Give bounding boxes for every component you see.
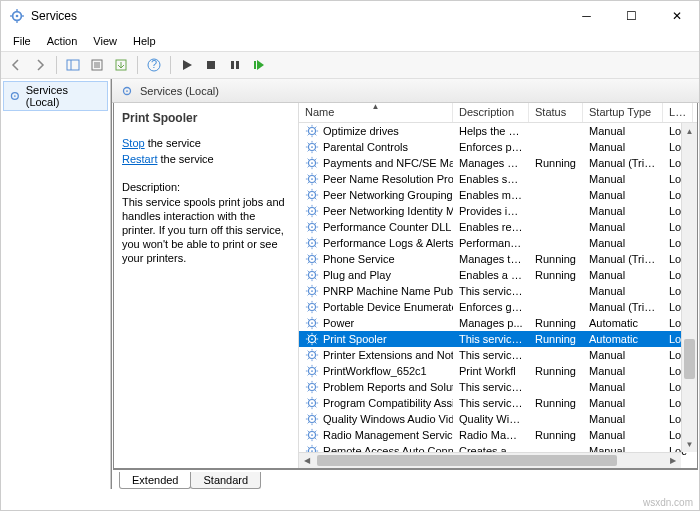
svg-line-153 [308,326,309,327]
svg-point-146 [311,322,313,324]
service-row[interactable]: Quality Windows Audio Vid...Quality Win.… [299,411,697,427]
service-row[interactable]: Optimize drivesHelps the c...ManualLoc [299,123,697,139]
tab-standard[interactable]: Standard [190,472,261,489]
service-row[interactable]: Program Compatibility Assi...This servic… [299,395,697,411]
svg-line-34 [315,127,316,128]
column-startup[interactable]: Startup Type [583,103,663,122]
service-row[interactable]: Performance Logs & AlertsPerformanc...Ma… [299,235,697,251]
scroll-up-icon[interactable]: ▲ [682,123,697,139]
service-name-cell: Radio Management Service [299,428,453,442]
service-row[interactable]: Parental ControlsEnforces pa...ManualLoc [299,139,697,155]
service-status-cell: Running [529,269,583,281]
help-button[interactable]: ? [143,54,165,76]
svg-line-72 [315,198,316,199]
service-row[interactable]: Peer Networking Identity M...Provides id… [299,203,697,219]
nav-back-button[interactable] [5,54,27,76]
service-name-cell: Program Compatibility Assi... [299,396,453,410]
service-startup-cell: Manual [583,205,663,217]
svg-line-52 [315,166,316,167]
titlebar: Services ─ ☐ ✕ [1,1,699,31]
service-row[interactable]: PowerManages p...RunningAutomaticLoc [299,315,697,331]
stop-suffix: the service [145,137,201,149]
svg-line-152 [315,326,316,327]
svg-line-154 [315,319,316,320]
menubar: File Action View Help [1,31,699,51]
svg-line-92 [315,230,316,231]
tree-root-services-local[interactable]: Services (Local) [3,81,108,111]
service-row[interactable]: Problem Reports and Soluti...This servic… [299,379,697,395]
watermark: wsxdn.com [643,497,693,508]
app-icon [9,8,25,24]
restart-service-link[interactable]: Restart [122,153,157,165]
svg-line-201 [308,399,309,400]
minimize-button[interactable]: ─ [564,1,609,31]
start-service-button[interactable] [176,54,198,76]
vertical-thumb[interactable] [684,339,695,379]
column-status[interactable]: Status [529,103,583,122]
service-row[interactable]: PrintWorkflow_652c1Print WorkflRunningMa… [299,363,697,379]
service-desc-cell: Enforces pa... [453,141,529,153]
stop-service-link[interactable]: Stop [122,137,145,149]
tab-extended[interactable]: Extended [119,472,191,489]
svg-point-46 [311,162,313,164]
service-name-cell: Plug and Play [299,268,453,282]
service-startup-cell: Manual (Trig... [583,253,663,265]
svg-line-142 [315,310,316,311]
column-logon[interactable]: Log [663,103,693,122]
svg-line-134 [315,287,316,288]
svg-point-196 [311,402,313,404]
service-desc-cell: This service ... [453,285,529,297]
svg-line-212 [315,422,316,423]
content-pane: Services (Local) Print Spooler Stop the … [111,79,699,489]
menu-view[interactable]: View [85,33,125,49]
svg-line-41 [308,143,309,144]
service-row[interactable]: Peer Name Resolution Prot...Enables serv… [299,171,697,187]
svg-rect-18 [236,61,239,69]
column-name[interactable]: Name▲ [299,103,453,122]
stop-service-button[interactable] [200,54,222,76]
menu-help[interactable]: Help [125,33,164,49]
svg-line-182 [315,374,316,375]
show-hide-tree-button[interactable] [62,54,84,76]
close-button[interactable]: ✕ [654,1,699,31]
svg-rect-17 [231,61,234,69]
service-row[interactable]: Payments and NFC/SE Man...Manages pa...R… [299,155,697,171]
menu-action[interactable]: Action [39,33,86,49]
nav-forward-button[interactable] [29,54,51,76]
service-row[interactable]: Phone ServiceManages th...RunningManual … [299,251,697,267]
service-name-cell: Performance Counter DLL ... [299,220,453,234]
column-description[interactable]: Description [453,103,529,122]
service-row[interactable]: Plug and PlayEnables a c...RunningManual… [299,267,697,283]
restart-service-button[interactable] [248,54,270,76]
service-row[interactable]: Peer Networking GroupingEnables mul...Ma… [299,187,697,203]
export-list-button[interactable] [110,54,132,76]
maximize-button[interactable]: ☐ [609,1,654,31]
svg-line-33 [308,134,309,135]
service-row[interactable]: Printer Extensions and Notif...This serv… [299,347,697,363]
scroll-right-icon[interactable]: ▶ [665,453,681,468]
svg-line-223 [308,438,309,439]
svg-rect-6 [67,60,79,70]
service-row[interactable]: Portable Device Enumerator...Enforces gr… [299,299,697,315]
scroll-down-icon[interactable]: ▼ [682,436,697,452]
horizontal-scrollbar[interactable]: ◀ ▶ [299,452,681,468]
svg-line-213 [308,422,309,423]
service-row[interactable]: Performance Counter DLL ...Enables rem..… [299,219,697,235]
service-name-cell: Peer Networking Grouping [299,188,453,202]
service-row[interactable]: Print SpoolerThis service ...RunningAuto… [299,331,697,347]
svg-line-221 [308,431,309,432]
service-row[interactable]: Radio Management ServiceRadio Mana...Run… [299,427,697,443]
svg-line-143 [308,310,309,311]
scroll-left-icon[interactable]: ◀ [299,453,315,468]
properties-button[interactable] [86,54,108,76]
menu-file[interactable]: File [5,33,39,49]
svg-line-73 [308,198,309,199]
service-name-cell: Payments and NFC/SE Man... [299,156,453,170]
svg-line-214 [315,415,316,416]
vertical-scrollbar[interactable]: ▲ ▼ [681,123,697,452]
service-row[interactable]: PNRP Machine Name Publi...This service .… [299,283,697,299]
service-desc-cell: Manages p... [453,317,529,329]
service-name-cell: Peer Name Resolution Prot... [299,172,453,186]
horizontal-thumb[interactable] [317,455,617,466]
pause-service-button[interactable] [224,54,246,76]
